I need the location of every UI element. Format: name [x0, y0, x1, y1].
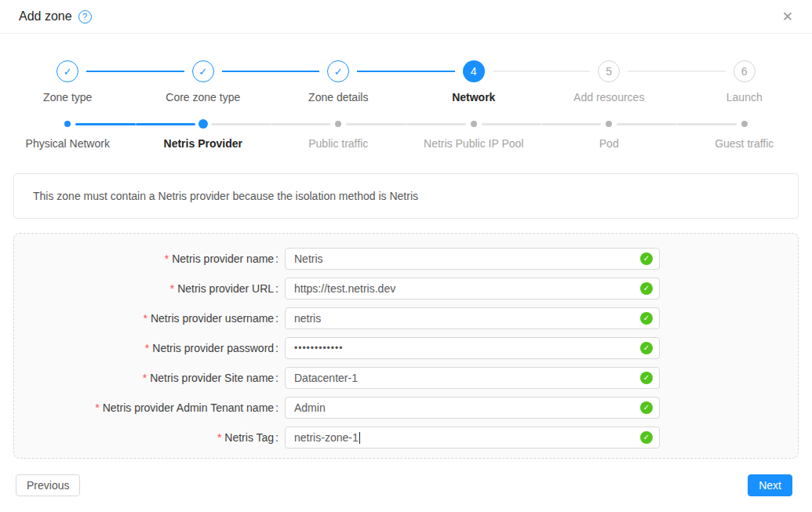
label-colon: : [275, 372, 279, 384]
required-asterisk: * [95, 401, 99, 414]
step-zone-type: ✓ Zone type [0, 60, 136, 103]
isolation-method-notice: This zone must contain a Netris provider… [13, 173, 799, 219]
substep-dot [741, 121, 748, 127]
step-number: 6 [734, 60, 756, 82]
netris-provider-admin-tenant-input[interactable]: Admin [285, 397, 660, 419]
step-connector [222, 71, 271, 72]
netris-provider-name-input[interactable]: Netris [285, 248, 660, 270]
label-colon: : [275, 342, 279, 354]
netris-provider-username-input[interactable]: netris [285, 307, 660, 329]
field-label: *Netris provider password: [14, 342, 285, 354]
step-label: Network [406, 91, 542, 103]
step-check-icon: ✓ [56, 60, 78, 82]
substep-connector [482, 123, 541, 125]
step-label: Launch [677, 91, 812, 103]
label-colon: : [275, 282, 279, 295]
label-colon: : [275, 401, 279, 414]
substep-dot [198, 119, 208, 129]
substep-label: Pod [541, 137, 677, 150]
text-caret [359, 432, 360, 444]
step-connector [628, 71, 676, 72]
step-number: 4 [463, 60, 485, 82]
label-colon: : [275, 252, 279, 265]
form-row-provider-password: *Netris provider password: •••••••••••• … [14, 337, 798, 359]
step-connector [86, 71, 135, 72]
step-launch: 6 Launch [677, 60, 812, 103]
next-button[interactable]: Next [748, 474, 792, 496]
field-label: *Netris provider username: [14, 312, 285, 325]
form-row-netris-tag: *Netris Tag: netris-zone-1 ✓ [14, 427, 798, 448]
wizard-stepper: ✓ Zone type ✓ Core zone type ✓ Zone deta… [0, 60, 812, 103]
step-core-zone-type: ✓ Core zone type [136, 60, 271, 103]
valid-check-icon: ✓ [640, 401, 653, 414]
substep-dot [335, 121, 341, 127]
page-title: Add zone [19, 9, 72, 24]
field-label: *Netris provider Admin Tenant name: [14, 401, 285, 414]
step-number: 5 [598, 60, 620, 82]
substep-connector [75, 123, 135, 125]
step-network: 4 Network [406, 60, 542, 103]
required-asterisk: * [145, 342, 149, 354]
valid-check-icon: ✓ [640, 282, 653, 295]
valid-check-icon: ✓ [640, 431, 653, 444]
substep-connector [346, 123, 406, 125]
label-colon: : [275, 312, 279, 325]
valid-check-icon: ✓ [640, 372, 653, 384]
valid-check-icon: ✓ [640, 312, 653, 325]
required-asterisk: * [143, 372, 147, 384]
previous-button[interactable]: Previous [16, 474, 80, 496]
netris-tag-input[interactable]: netris-zone-1 [285, 427, 660, 448]
substep-label: Netris Provider [136, 137, 271, 150]
step-connector [357, 71, 406, 72]
network-substepper: Physical Network Netris Provider Public … [0, 119, 812, 150]
label-colon: : [275, 431, 279, 444]
substep-dot [606, 121, 612, 127]
substep-pod: Pod [541, 119, 677, 150]
substep-label: Netris Public IP Pool [406, 137, 542, 150]
netris-provider-url-input[interactable]: https://test.netris.dev [285, 278, 660, 300]
close-icon[interactable]: ✕ [782, 10, 793, 24]
netris-provider-site-name-input[interactable]: Datacenter-1 [285, 367, 660, 389]
substep-netris-public-ip-pool: Netris Public IP Pool [406, 119, 542, 150]
netris-provider-password-input[interactable]: •••••••••••• [285, 337, 660, 359]
valid-check-icon: ✓ [640, 342, 653, 354]
step-add-resources: 5 Add resources [541, 60, 677, 103]
substep-guest-traffic: Guest traffic [677, 119, 812, 150]
valid-check-icon: ✓ [640, 252, 653, 265]
question-circle-icon[interactable]: ? [78, 10, 92, 24]
step-label: Zone type [0, 91, 136, 103]
field-label: *Netris provider name: [14, 252, 285, 265]
substep-connector [617, 123, 676, 125]
field-label: *Netris provider URL: [14, 282, 285, 295]
step-connector [493, 71, 541, 72]
required-asterisk: * [170, 282, 174, 295]
substep-netris-provider: Netris Provider [136, 119, 271, 150]
required-asterisk: * [143, 312, 147, 325]
form-row-provider-name: *Netris provider name: Netris ✓ [14, 248, 798, 270]
substep-physical-network: Physical Network [0, 119, 136, 150]
form-row-provider-site-name: *Netris provider Site name: Datacenter-1… [14, 367, 798, 389]
substep-public-traffic: Public traffic [271, 119, 406, 150]
step-check-icon: ✓ [192, 60, 214, 82]
step-zone-details: ✓ Zone details [271, 60, 406, 103]
dialog-footer: Previous Next [16, 474, 792, 496]
substep-connector [211, 123, 271, 125]
add-zone-dialog: Add zone ? ✕ ✓ Zone type ✓ Core zone typ… [0, 0, 812, 512]
substep-label: Public traffic [271, 137, 406, 150]
required-asterisk: * [165, 252, 169, 265]
form-row-admin-tenant-name: *Netris provider Admin Tenant name: Admi… [14, 397, 798, 419]
netris-provider-form: *Netris provider name: Netris ✓ *Netris … [13, 233, 799, 459]
substep-label: Physical Network [0, 137, 136, 150]
required-asterisk: * [217, 431, 221, 444]
step-check-icon: ✓ [327, 60, 349, 82]
field-label: *Netris provider Site name: [14, 372, 285, 384]
substep-dot [64, 121, 71, 127]
form-row-provider-url: *Netris provider URL: https://test.netri… [14, 278, 798, 300]
step-label: Core zone type [136, 91, 271, 103]
step-label: Zone details [271, 91, 406, 103]
step-label: Add resources [541, 91, 677, 103]
dialog-header: Add zone ? ✕ [0, 0, 812, 34]
substep-dot [471, 121, 477, 127]
form-row-provider-username: *Netris provider username: netris ✓ [14, 307, 798, 329]
field-label: *Netris Tag: [14, 431, 285, 444]
